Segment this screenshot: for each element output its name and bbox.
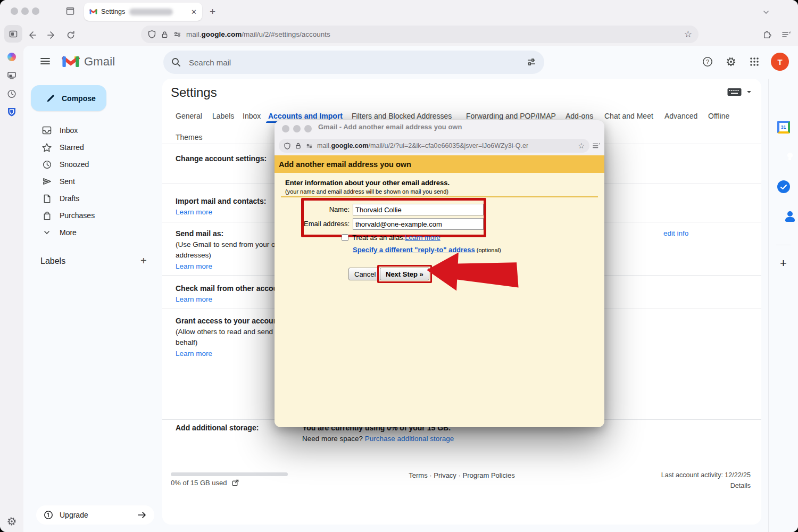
external-link-icon[interactable] — [231, 479, 239, 487]
alias-checkbox[interactable] — [342, 234, 348, 241]
dialog-address-bar[interactable]: mail.google.com/mail/u/2/?ui=2&ik=cfa0e6… — [279, 139, 589, 153]
tab-offline[interactable]: Offline — [708, 112, 729, 120]
terms-link[interactable]: Terms — [409, 471, 427, 479]
purchase-storage-link[interactable]: Purchase additional storage — [365, 435, 454, 443]
add-email-dialog-window: Gmail - Add another email address you ow… — [275, 120, 604, 427]
upgrade-button[interactable]: Upgrade — [36, 505, 154, 525]
sidebar-toggle-button[interactable] — [4, 25, 22, 43]
search-options-sliders-icon[interactable] — [526, 57, 537, 68]
send-mail-as-desc: addresses) — [176, 251, 211, 259]
learn-more-link[interactable]: Learn more — [176, 262, 212, 270]
grant-access-desc: behalf) — [176, 338, 197, 346]
pencil-icon — [46, 94, 55, 103]
permissions-icon[interactable] — [305, 143, 313, 149]
tab-inbox[interactable]: Inbox — [243, 112, 261, 120]
dialog-maximize-button[interactable] — [304, 125, 312, 132]
tab-forwarding[interactable]: Forwarding and POP/IMAP — [466, 112, 556, 120]
tab-general[interactable]: General — [176, 112, 202, 120]
address-bar[interactable]: mail.google.com/mail/u/2/#settings/accou… — [141, 26, 699, 43]
learn-more-link[interactable]: Learn more — [405, 234, 440, 242]
edit-info-link[interactable]: edit info — [663, 229, 688, 237]
need-more-space-text: Need more space? Purchase additional sto… — [302, 435, 454, 443]
search-icon[interactable] — [171, 57, 181, 68]
input-tools-keyboard-selector[interactable] — [727, 88, 752, 96]
row-import-mail: Import mail and contacts: — [176, 197, 266, 205]
maximize-window-button[interactable] — [32, 7, 39, 15]
search-input[interactable] — [188, 57, 520, 68]
reader-menu-icon[interactable] — [781, 30, 792, 39]
tab-advanced[interactable]: Advanced — [664, 112, 697, 120]
dialog-close-button[interactable] — [282, 125, 289, 132]
tab-close-button[interactable]: ✕ — [191, 8, 197, 16]
add-label-button[interactable]: + — [140, 255, 147, 267]
tracking-shield-icon[interactable] — [284, 142, 291, 150]
sidebar-item-purchases[interactable]: Purchases — [23, 207, 156, 224]
clock-icon — [41, 160, 52, 170]
name-field[interactable] — [353, 204, 484, 215]
permissions-icon[interactable] — [173, 30, 182, 38]
tab-title: Settings — [101, 8, 125, 15]
history-clock-icon[interactable] — [7, 89, 17, 99]
draft-file-icon — [41, 194, 52, 204]
help-icon[interactable]: ? — [700, 54, 715, 69]
email-label: Email address: — [286, 220, 350, 228]
divider — [776, 245, 791, 245]
lock-icon[interactable] — [161, 30, 169, 39]
name-label: Name: — [286, 205, 350, 213]
sidebar-item-inbox[interactable]: Inbox — [23, 122, 156, 139]
new-tab-button[interactable]: + — [210, 6, 215, 18]
workspaces-icon[interactable] — [6, 70, 17, 81]
sidebar-item-starred[interactable]: Starred — [23, 139, 156, 156]
forward-button[interactable] — [44, 28, 59, 43]
bookmark-star-icon[interactable]: ☆ — [684, 29, 692, 40]
gmail-logo-text: Gmail — [84, 55, 115, 69]
archive-box-icon[interactable] — [65, 6, 76, 16]
browser-tab-settings[interactable]: Settings ✕ — [84, 3, 202, 21]
tasks-icon[interactable] — [777, 180, 790, 193]
chevron-down-icon — [41, 229, 52, 236]
minimize-window-button[interactable] — [21, 7, 29, 15]
reload-button[interactable] — [63, 28, 78, 43]
lock-icon[interactable] — [295, 142, 302, 149]
arrow-right-icon — [137, 511, 147, 519]
browser-settings-gear-icon[interactable] — [6, 516, 17, 527]
add-addon-button[interactable]: + — [780, 256, 787, 270]
program-policies-link[interactable]: Program Policies — [462, 471, 514, 479]
star-icon — [41, 143, 52, 153]
back-button[interactable] — [24, 28, 39, 43]
close-window-button[interactable] — [11, 7, 18, 15]
settings-gear-icon[interactable] — [724, 54, 738, 69]
account-avatar[interactable]: T — [771, 53, 789, 71]
learn-more-link[interactable]: Learn more — [176, 350, 212, 358]
search-bar[interactable] — [163, 51, 544, 74]
calendar-icon[interactable]: 31 — [777, 121, 790, 134]
tab-add-ons[interactable]: Add-ons — [566, 112, 593, 120]
learn-more-link[interactable]: Learn more — [176, 295, 212, 303]
tab-themes[interactable]: Themes — [176, 133, 203, 142]
tab-filters[interactable]: Filters and Blocked Addresses — [352, 112, 452, 120]
sidebar-item-more[interactable]: More — [23, 224, 156, 241]
sidebar-item-drafts[interactable]: Drafts — [23, 190, 156, 207]
next-step-button[interactable]: Next Step » — [380, 268, 429, 280]
apps-grid-icon[interactable] — [747, 54, 762, 69]
email-field[interactable] — [353, 218, 484, 230]
tab-list-chevron-icon[interactable] — [762, 8, 770, 16]
tab-chat-and-meet[interactable]: Chat and Meet — [604, 112, 653, 120]
password-shield-icon[interactable] — [6, 107, 17, 117]
main-menu-hamburger-icon[interactable] — [39, 55, 51, 67]
learn-more-link[interactable]: Learn more — [176, 208, 212, 216]
dialog-minimize-button[interactable] — [293, 125, 301, 132]
bookmark-star-icon[interactable]: ☆ — [578, 142, 585, 150]
reader-menu-icon[interactable] — [592, 142, 601, 149]
tracking-shield-icon[interactable] — [147, 30, 156, 39]
privacy-link[interactable]: Privacy — [434, 471, 456, 479]
compose-button[interactable]: Compose — [31, 85, 106, 111]
tab-labels[interactable]: Labels — [212, 112, 234, 120]
tab-accounts-and-import[interactable]: Accounts and Import — [268, 112, 343, 120]
gmail-logo[interactable]: Gmail — [62, 55, 115, 69]
sidebar-item-snoozed[interactable]: Snoozed — [23, 156, 156, 173]
details-link[interactable]: Details — [730, 482, 751, 489]
extensions-puzzle-icon[interactable] — [762, 29, 772, 39]
sidebar-item-sent[interactable]: Sent — [23, 173, 156, 190]
copilot-icon[interactable] — [7, 53, 16, 61]
